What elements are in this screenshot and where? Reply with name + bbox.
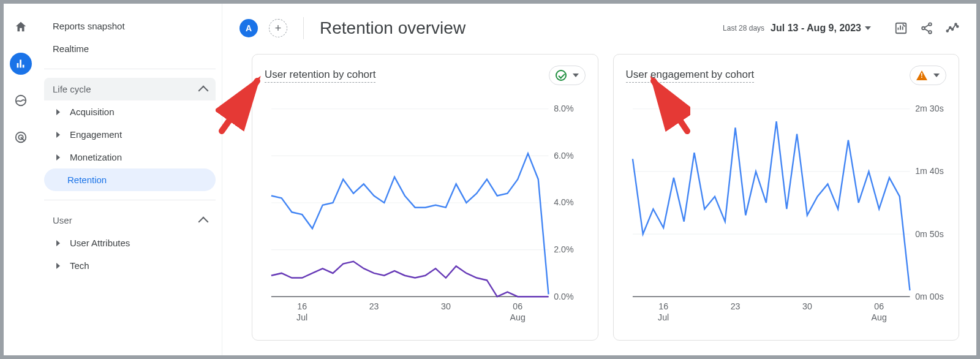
- svg-text:0m 00s: 0m 00s: [915, 292, 943, 301]
- sidebar: Reports snapshot Realtime Life cycle Acq…: [38, 4, 222, 355]
- segment-badge[interactable]: A: [239, 19, 258, 37]
- sidebar-item-tech[interactable]: Tech: [44, 254, 216, 277]
- divider: [44, 69, 216, 69]
- sidebar-link-reports-snapshot[interactable]: Reports snapshot: [44, 15, 216, 37]
- svg-point-7: [946, 30, 948, 32]
- svg-text:1m 40s: 1m 40s: [915, 166, 943, 176]
- caret-down-icon: [573, 74, 579, 77]
- caret-right-icon: [56, 263, 60, 269]
- rail-home-icon[interactable]: [10, 16, 32, 38]
- caret-right-icon: [56, 132, 60, 138]
- svg-text:16: 16: [658, 301, 668, 311]
- svg-point-8: [949, 27, 951, 29]
- rail-reports-icon[interactable]: [10, 53, 32, 75]
- card-user-engagement: User engagement by cohort 0m 00s0m 50s1m…: [613, 54, 960, 341]
- sidebar-item-user-attributes[interactable]: User Attributes: [44, 232, 216, 254]
- topbar: A + Retention overview Last 28 days Jul …: [222, 4, 976, 47]
- add-comparison-button[interactable]: +: [269, 19, 287, 37]
- card-status-menu[interactable]: [910, 66, 946, 85]
- sidebar-item-acquisition[interactable]: Acquisition: [44, 100, 216, 123]
- rail-advertising-icon[interactable]: [10, 126, 32, 148]
- sidebar-link-realtime[interactable]: Realtime: [44, 37, 216, 60]
- chart-engagement: 0m 00s0m 50s1m 40s2m 30s16Jul233006Aug: [626, 95, 947, 331]
- svg-text:30: 30: [802, 301, 812, 311]
- svg-point-11: [957, 26, 959, 28]
- sidebar-group-label: Life cycle: [53, 84, 91, 94]
- caret-down-icon: [865, 26, 871, 30]
- svg-text:4.0%: 4.0%: [554, 197, 573, 207]
- svg-text:2.0%: 2.0%: [554, 244, 573, 254]
- caret-right-icon: [56, 240, 60, 246]
- svg-text:Jul: Jul: [658, 312, 669, 322]
- sidebar-item-label: Retention: [67, 175, 107, 185]
- check-circle-icon: [556, 70, 567, 81]
- chevron-up-icon: [198, 216, 209, 227]
- sidebar-group-life-cycle[interactable]: Life cycle: [44, 78, 216, 100]
- sidebar-item-label: Acquisition: [70, 107, 115, 117]
- date-range-label: Last 28 days: [723, 24, 764, 32]
- chart-retention: 0.0%2.0%4.0%6.0%8.0%16Jul233006Aug: [265, 95, 586, 331]
- date-range-picker[interactable]: Jul 13 - Aug 9, 2023: [771, 23, 871, 34]
- date-range-text: Jul 13 - Aug 9, 2023: [771, 23, 861, 34]
- caret-down-icon: [933, 74, 940, 77]
- card-title: User retention by cohort: [265, 69, 375, 83]
- sidebar-item-label: Engagement: [70, 129, 122, 140]
- sidebar-group-user[interactable]: User: [44, 209, 216, 232]
- annotation-arrow: [216, 70, 271, 137]
- share-icon[interactable]: [920, 21, 933, 35]
- chevron-up-icon: [198, 85, 209, 96]
- sidebar-item-label: Monetization: [70, 152, 122, 162]
- card-user-retention: User retention by cohort 0.0%2.0%4.0%6.0…: [252, 54, 598, 341]
- svg-text:23: 23: [730, 301, 740, 311]
- svg-text:Aug: Aug: [871, 312, 886, 322]
- card-title: User engagement by cohort: [626, 69, 755, 83]
- svg-point-9: [952, 28, 954, 30]
- sidebar-item-retention[interactable]: Retention: [44, 168, 216, 191]
- sidebar-item-label: User Attributes: [70, 238, 130, 248]
- alert-triangle-icon: [916, 70, 927, 80]
- main: A + Retention overview Last 28 days Jul …: [222, 4, 976, 355]
- svg-text:0.0%: 0.0%: [554, 292, 573, 301]
- sidebar-item-label: Tech: [70, 260, 89, 271]
- svg-text:06: 06: [874, 301, 884, 311]
- sidebar-group-label: User: [53, 215, 72, 225]
- divider: [44, 200, 216, 200]
- svg-text:16: 16: [297, 301, 307, 311]
- svg-text:2m 30s: 2m 30s: [915, 104, 943, 113]
- caret-right-icon: [56, 109, 60, 115]
- svg-text:23: 23: [369, 301, 379, 311]
- sidebar-item-engagement[interactable]: Engagement: [44, 123, 216, 146]
- svg-text:Aug: Aug: [510, 312, 526, 322]
- left-rail: [4, 4, 38, 355]
- svg-point-10: [955, 23, 957, 25]
- customize-report-icon[interactable]: [894, 21, 908, 35]
- divider: [303, 17, 304, 39]
- caret-right-icon: [56, 154, 60, 161]
- sidebar-item-monetization[interactable]: Monetization: [44, 146, 216, 168]
- rail-explore-icon[interactable]: [10, 89, 32, 111]
- page-title: Retention overview: [320, 18, 712, 38]
- svg-text:0m 50s: 0m 50s: [915, 229, 943, 238]
- svg-text:30: 30: [441, 301, 451, 311]
- svg-text:8.0%: 8.0%: [554, 104, 573, 113]
- svg-text:06: 06: [513, 301, 522, 311]
- insights-icon[interactable]: [946, 21, 959, 35]
- card-status-menu[interactable]: [549, 66, 586, 85]
- svg-text:6.0%: 6.0%: [554, 151, 573, 161]
- svg-text:Jul: Jul: [296, 312, 307, 322]
